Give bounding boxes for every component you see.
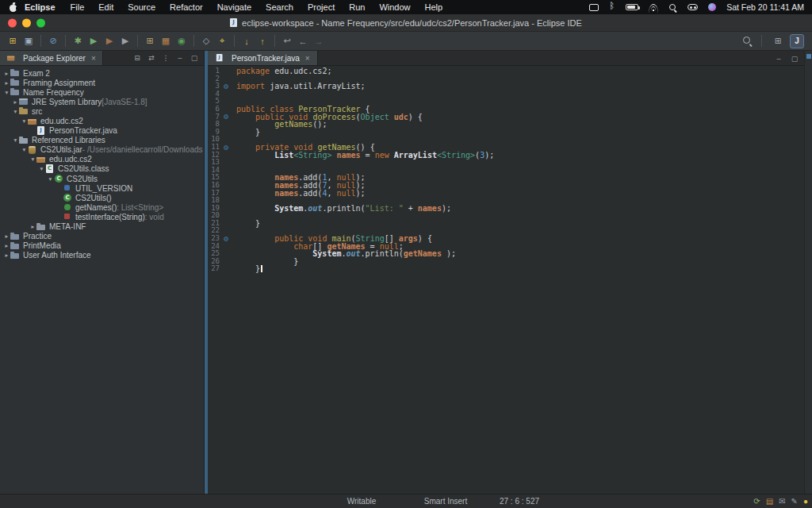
code-line[interactable]: 3import java.util.ArrayList;	[208, 83, 804, 90]
menu-refactor[interactable]: Refactor	[163, 0, 210, 14]
bluetooth-icon[interactable]	[609, 3, 615, 12]
tree-item[interactable]: ▸JRE System Library [JavaSE-1.8]	[0, 97, 204, 106]
quick-access-search-icon[interactable]	[742, 36, 753, 46]
fold-marker-icon[interactable]	[224, 84, 228, 89]
zoom-window-button[interactable]	[36, 18, 45, 27]
prev-annotation-button[interactable]: ↑	[255, 33, 270, 49]
tree-item[interactable]: ▸Practice	[0, 232, 204, 241]
console-icon[interactable]: ▤	[766, 498, 773, 506]
open-type-button[interactable]: ◇	[198, 33, 214, 49]
menu-eclipse[interactable]: Eclipse	[21, 0, 63, 14]
save-button[interactable]: ▣	[21, 33, 36, 49]
menu-source[interactable]: Source	[121, 0, 163, 14]
tree-toggle-icon[interactable]: ▸	[3, 233, 10, 240]
next-annotation-button[interactable]: ↓	[239, 33, 255, 49]
wifi-icon[interactable]	[649, 4, 658, 11]
close-window-button[interactable]	[8, 18, 17, 27]
mail-icon[interactable]: ✉	[779, 498, 785, 506]
code-line[interactable]: 17 names.add(4, null);	[208, 190, 804, 198]
code-line[interactable]: 19 System.out.println("List: " + names);	[208, 205, 804, 213]
link-editor-icon[interactable]: ⇄	[146, 54, 157, 62]
tree-toggle-icon[interactable]: ▾	[3, 89, 10, 96]
menu-window[interactable]: Window	[372, 0, 417, 14]
tree-item[interactable]: ▸User Auth Interface	[0, 251, 204, 260]
code-text[interactable]: }	[230, 220, 260, 228]
code-line[interactable]: 4	[208, 90, 804, 98]
apple-menu-icon[interactable]	[10, 3, 17, 12]
cursor-position-marker[interactable]	[806, 54, 811, 59]
code-line[interactable]: 20	[208, 212, 804, 220]
tree-item[interactable]: ▸PrintMedia	[0, 241, 204, 251]
tree-item[interactable]: ▾Name Frequency	[0, 87, 204, 97]
tree-item[interactable]: ▾edu.udc.cs2	[0, 155, 204, 164]
tree-toggle-icon[interactable]: ▸	[12, 98, 19, 106]
tab-package-explorer[interactable]: Package Explorer ×	[0, 51, 103, 65]
tree-toggle-icon[interactable]: ▸	[3, 252, 10, 259]
menu-edit[interactable]: Edit	[91, 0, 121, 14]
sync-icon[interactable]: ⟳	[753, 498, 760, 506]
debug-button[interactable]: ✱	[70, 33, 86, 49]
siri-icon[interactable]	[708, 3, 716, 11]
tree-toggle-icon[interactable]: ▾	[21, 146, 28, 153]
display-icon[interactable]	[589, 4, 599, 11]
tree-item[interactable]: ▸Framing Assignment	[0, 78, 204, 87]
menu-help[interactable]: Help	[418, 0, 450, 14]
tree-item[interactable]: ▸META-INF	[0, 222, 204, 232]
tree-item[interactable]: ▾CS2Utils.jar - /Users/daniellecarroll/D…	[0, 145, 204, 155]
tab-persontracker-java[interactable]: PersonTracker.java ×	[208, 51, 318, 65]
minimize-icon[interactable]: –	[773, 55, 784, 63]
tree-toggle-icon[interactable]: ▾	[21, 117, 28, 125]
tree-item[interactable]: ▾CS2Utils	[0, 174, 204, 183]
new-package-button[interactable]: ▦	[158, 33, 174, 49]
lightbulb-icon[interactable]: ●	[803, 498, 808, 506]
code-text[interactable]	[230, 90, 236, 98]
java-perspective-button[interactable]: J	[790, 34, 804, 48]
view-menu-icon[interactable]: ⋮	[160, 54, 171, 62]
code-text[interactable]: }	[230, 265, 262, 273]
search-button[interactable]: ⌖	[214, 33, 230, 49]
code-line[interactable]: 26 }	[208, 258, 804, 266]
code-text[interactable]: List<String> names = new ArrayList<Strin…	[230, 152, 494, 160]
code-line[interactable]: 12 List<String> names = new ArrayList<St…	[208, 152, 804, 160]
control-center-icon[interactable]	[688, 4, 698, 10]
search-icon[interactable]	[668, 3, 677, 12]
code-text[interactable]: import java.util.ArrayList;	[230, 83, 366, 90]
window-titlebar[interactable]: eclipse-workspace - Name Frequency/src/e…	[0, 14, 812, 32]
minimize-window-button[interactable]	[22, 18, 31, 27]
tree-toggle-icon[interactable]: ▸	[3, 79, 10, 87]
forward-button[interactable]: →	[311, 33, 327, 49]
caret-position-status[interactable]: 27 : 6 : 527	[484, 495, 555, 508]
code-text[interactable]: }	[230, 129, 260, 137]
menu-navigate[interactable]: Navigate	[210, 0, 259, 14]
minimize-icon[interactable]: –	[174, 54, 186, 62]
tree-toggle-icon[interactable]: ▾	[38, 165, 45, 172]
tree-item[interactable]: ▾src	[0, 106, 204, 116]
tree-toggle-icon[interactable]: ▾	[47, 175, 54, 183]
new-wizard-button[interactable]: ⊞	[5, 33, 21, 49]
tree-item[interactable]: ▾edu.udc.cs2	[0, 116, 204, 125]
last-edit-location-button[interactable]: ↩	[279, 33, 295, 49]
new-java-project-button[interactable]: ⊞	[142, 33, 158, 49]
insert-mode-status[interactable]: Smart Insert	[408, 495, 484, 508]
skip-breakpoints-button[interactable]: ⊘	[45, 33, 61, 49]
code-text[interactable]: System.out.println("List: " + names);	[230, 205, 451, 213]
fold-marker-icon[interactable]	[224, 145, 228, 150]
code-text[interactable]	[230, 75, 236, 83]
menu-run[interactable]: Run	[342, 0, 372, 14]
run-button[interactable]: ▶	[86, 33, 102, 49]
code-line[interactable]: 27 }	[208, 265, 804, 273]
tree-toggle-icon[interactable]: ▸	[3, 242, 10, 249]
code-line[interactable]: 1package edu.udc.cs2;	[208, 67, 804, 75]
fold-marker-icon[interactable]	[224, 114, 228, 119]
code-text[interactable]	[230, 167, 236, 175]
battery-icon[interactable]	[626, 4, 638, 10]
menu-project[interactable]: Project	[301, 0, 342, 14]
code-text[interactable]	[230, 98, 236, 106]
code-text[interactable]	[230, 136, 236, 144]
code-text[interactable]	[230, 212, 236, 220]
close-tab-icon[interactable]: ×	[305, 54, 310, 63]
coverage-button[interactable]: ▶	[102, 33, 117, 49]
tree-item[interactable]: ▸Exam 2	[0, 68, 204, 78]
tree-item[interactable]: PersonTracker.java	[0, 126, 204, 136]
menu-file[interactable]: File	[63, 0, 92, 14]
